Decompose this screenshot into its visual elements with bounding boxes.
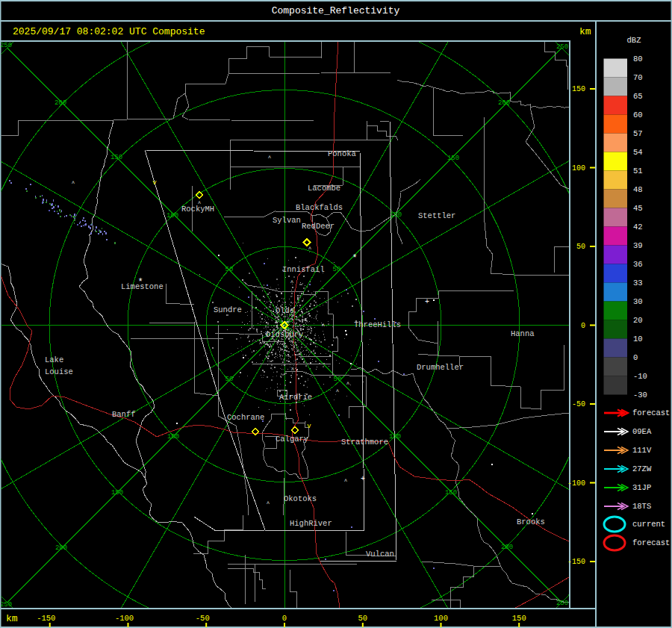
svg-text:RedDeer: RedDeer [302, 222, 335, 231]
svg-text:250: 250 [0, 42, 12, 49]
svg-text:100: 100 [167, 433, 179, 441]
svg-text:^: ^ [267, 501, 270, 507]
svg-text:150: 150 [447, 155, 459, 162]
svg-text:2025/09/17 08:02:02 UTC Compos: 2025/09/17 08:02:02 UTC Composite [13, 26, 205, 37]
svg-text:150: 150 [111, 154, 122, 161]
svg-text:200: 200 [501, 544, 513, 551]
svg-text:v: v [307, 423, 311, 430]
svg-text:Lacombe: Lacombe [308, 184, 340, 193]
svg-text:^: ^ [346, 382, 350, 388]
svg-text:50: 50 [334, 376, 342, 383]
svg-text:-30: -30 [633, 391, 647, 400]
svg-text:250: 250 [556, 600, 568, 607]
svg-text:Innisfail: Innisfail [282, 265, 325, 274]
svg-text:36: 36 [633, 260, 643, 269]
svg-text:Calgary: Calgary [276, 435, 308, 444]
svg-text:^: ^ [72, 181, 75, 187]
svg-text:Olds: Olds [276, 306, 294, 315]
svg-text:+: + [425, 298, 429, 306]
svg-text:150: 150 [445, 489, 457, 497]
svg-text:100: 100 [167, 212, 178, 220]
svg-text:51: 51 [633, 167, 643, 175]
svg-text:30: 30 [633, 297, 643, 306]
svg-text:-50: -50 [572, 400, 585, 408]
svg-text:Stettler: Stettler [418, 211, 455, 220]
svg-text:forecast: forecast [632, 538, 670, 547]
svg-text:v: v [152, 179, 157, 187]
svg-text:^: ^ [336, 389, 340, 395]
svg-text:54: 54 [633, 148, 643, 157]
svg-text:57: 57 [633, 129, 643, 138]
svg-text:Composite_Reflectivity: Composite_Reflectivity [272, 5, 400, 16]
svg-text:-50: -50 [196, 614, 210, 623]
svg-text:70: 70 [633, 73, 643, 82]
svg-text:100: 100 [434, 614, 448, 623]
svg-text:^: ^ [344, 479, 348, 485]
svg-text:09EA: 09EA [632, 427, 652, 436]
svg-text:-10: -10 [633, 372, 647, 381]
svg-text:Cochrane: Cochrane [227, 413, 264, 422]
svg-text:31JP: 31JP [632, 483, 651, 492]
svg-text:0: 0 [633, 353, 638, 362]
svg-text:HighRiver: HighRiver [290, 519, 332, 528]
svg-text:Okotoks: Okotoks [284, 494, 317, 503]
svg-text:150: 150 [572, 85, 585, 93]
svg-text:Louise: Louise [45, 367, 73, 376]
svg-text:45: 45 [633, 204, 643, 213]
svg-text:Blackfalds: Blackfalds [296, 203, 343, 212]
svg-text:200: 200 [55, 99, 66, 107]
svg-text:0: 0 [581, 322, 585, 330]
svg-text:65: 65 [633, 92, 643, 101]
svg-text:*: * [137, 277, 143, 287]
svg-text:100: 100 [572, 164, 585, 172]
svg-text:250: 250 [0, 601, 12, 609]
svg-text:+: + [361, 475, 365, 483]
svg-text:Ponoka: Ponoka [328, 149, 356, 158]
svg-text:50: 50 [358, 614, 367, 623]
svg-text:*: * [352, 253, 357, 264]
svg-text:0: 0 [282, 614, 287, 623]
svg-text:250: 250 [556, 43, 568, 51]
svg-text:-150: -150 [37, 614, 55, 623]
svg-text:ThreeHills: ThreeHills [354, 320, 401, 329]
svg-text:Drumheller: Drumheller [417, 363, 464, 372]
svg-text:39: 39 [633, 241, 643, 250]
svg-text:150: 150 [512, 614, 526, 623]
svg-text:50: 50 [225, 376, 234, 383]
svg-text:km: km [6, 613, 18, 624]
svg-text:80: 80 [633, 55, 643, 63]
svg-text:48: 48 [633, 185, 643, 194]
svg-text:150: 150 [111, 489, 123, 497]
svg-text:200: 200 [55, 544, 67, 552]
svg-text:^: ^ [291, 367, 295, 373]
svg-text:Vulcan: Vulcan [366, 550, 394, 559]
svg-text:forecast: forecast [632, 408, 670, 417]
svg-text:50: 50 [225, 266, 234, 273]
svg-text:-100: -100 [567, 479, 585, 488]
svg-text:Lake: Lake [45, 355, 63, 364]
svg-text:current: current [632, 520, 665, 529]
svg-text:111V: 111V [632, 446, 652, 455]
svg-text:Strathmore: Strathmore [341, 438, 388, 447]
svg-text:-150: -150 [567, 558, 585, 566]
svg-text:Didsbury: Didsbury [266, 330, 303, 339]
svg-text:27ZW: 27ZW [632, 464, 652, 473]
svg-text:100: 100 [390, 211, 402, 219]
svg-text:Airdrie: Airdrie [279, 393, 312, 402]
svg-text:^: ^ [290, 280, 294, 286]
svg-text:50: 50 [333, 266, 341, 273]
svg-text:20: 20 [633, 316, 643, 325]
svg-text:Brooks: Brooks [517, 517, 545, 526]
svg-text:42: 42 [633, 223, 643, 231]
svg-text:50: 50 [576, 243, 585, 251]
svg-text:^: ^ [268, 155, 272, 161]
svg-text:^: ^ [284, 345, 288, 351]
svg-text:Sundre: Sundre [214, 305, 242, 314]
svg-text:km: km [579, 26, 591, 37]
svg-text:200: 200 [498, 99, 510, 107]
svg-text:60: 60 [633, 111, 643, 119]
svg-text:^: ^ [322, 323, 326, 329]
svg-text:100: 100 [389, 433, 401, 441]
svg-text:dBZ: dBZ [627, 36, 641, 45]
svg-text:18TS: 18TS [632, 502, 651, 511]
